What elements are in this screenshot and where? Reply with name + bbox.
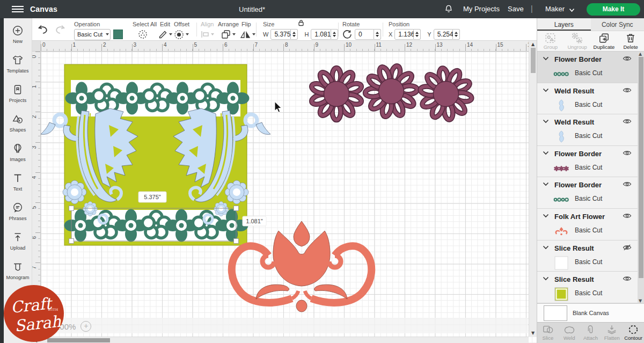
layer-group[interactable]: Folk Art Flower Basic Cut	[537, 209, 638, 240]
layer-header[interactable]: Flower Border	[537, 52, 638, 66]
y-input[interactable]: 5.254	[434, 29, 453, 40]
horizontal-scroll-thumb[interactable]	[47, 338, 110, 342]
redo-icon[interactable]	[54, 24, 67, 35]
layer-group[interactable]: Flower Border Basic Cut	[537, 52, 638, 83]
layer-item[interactable]: Basic Cut	[537, 98, 638, 114]
layer-thumbnail[interactable]	[552, 287, 570, 301]
width-input[interactable]: 5.375	[270, 29, 291, 40]
chevron-down-icon[interactable]	[543, 56, 549, 61]
duplicate-button[interactable]: Duplicate	[591, 31, 618, 51]
chevron-down-icon[interactable]	[543, 88, 549, 92]
horizontal-scrollbar[interactable]: ◀	[32, 337, 529, 343]
eye-icon[interactable]	[623, 150, 632, 156]
operation-dropdown[interactable]: Basic Cut	[74, 29, 111, 40]
sidebar-item-images[interactable]: Images	[4, 143, 32, 162]
eye-off-icon[interactable]	[623, 244, 632, 251]
layer-header[interactable]: Folk Art Flower	[537, 209, 638, 223]
chevron-down-icon[interactable]	[543, 119, 549, 123]
chevron-down-icon[interactable]	[543, 245, 549, 250]
eye-icon[interactable]	[623, 55, 632, 62]
layer-group[interactable]: Slice Result Basic Cut	[537, 272, 638, 303]
select-all-label[interactable]: Select All	[133, 21, 157, 27]
undo-icon[interactable]	[36, 24, 49, 35]
eye-icon[interactable]	[623, 118, 632, 125]
document-title[interactable]: Untitled*	[239, 5, 265, 13]
layer-item[interactable]: Basic Cut	[537, 223, 638, 239]
flip-icon[interactable]	[240, 29, 255, 40]
layer-header[interactable]: Slice Result	[537, 272, 638, 286]
scroll-down-arrow[interactable]: ▼	[531, 331, 535, 335]
chevron-down-icon[interactable]	[543, 214, 549, 218]
delete-button[interactable]: Delete	[617, 31, 644, 51]
make-it-button[interactable]: Make It	[587, 3, 640, 16]
width-stepper[interactable]	[291, 29, 298, 40]
layer-item[interactable]: Basic Cut	[537, 160, 638, 177]
purple-flower-border[interactable]	[310, 60, 475, 123]
eye-icon[interactable]	[623, 275, 632, 282]
sidebar-item-text[interactable]: Text	[4, 172, 32, 192]
sidebar-item-templates[interactable]: Templates	[4, 54, 32, 74]
vertical-scrollbar[interactable]: ▲ ▼	[529, 41, 537, 337]
layer-group[interactable]: Slice Result Basic Cut	[537, 240, 638, 272]
rotate-input[interactable]: 0	[355, 29, 374, 40]
notifications-bell-icon[interactable]	[443, 4, 454, 14]
x-input[interactable]: 1.136	[394, 29, 414, 40]
sidebar-item-phrases[interactable]: Phrases	[4, 202, 32, 221]
eye-icon[interactable]	[623, 213, 632, 219]
machine-selector[interactable]: Maker	[545, 5, 575, 13]
edit-icon[interactable]	[158, 29, 172, 40]
edit-label[interactable]: Edit	[160, 21, 170, 27]
offset-label[interactable]: Offset	[174, 21, 189, 27]
layers-scroll-thumb[interactable]	[639, 57, 643, 278]
size-lock-icon[interactable]	[297, 19, 305, 26]
select-all-icon[interactable]	[138, 29, 148, 40]
layer-thumbnail[interactable]	[552, 162, 570, 176]
folk-art-flower[interactable]	[232, 221, 372, 312]
blank-canvas-swatch[interactable]	[544, 305, 567, 321]
arrange-label[interactable]: Arrange	[218, 21, 239, 27]
chevron-down-icon[interactable]	[543, 276, 549, 281]
layer-header[interactable]: Flower Border	[537, 177, 638, 192]
rotate-stepper[interactable]	[374, 29, 381, 40]
layer-item[interactable]: Basic Cut	[537, 129, 638, 145]
layer-thumbnail[interactable]	[552, 130, 570, 144]
layer-group[interactable]: Flower Border Basic Cut	[537, 177, 638, 209]
eye-icon[interactable]	[623, 181, 632, 187]
height-input[interactable]: 1.081	[311, 29, 331, 40]
sidebar-item-shapes[interactable]: Shapes	[4, 113, 32, 133]
x-stepper[interactable]	[414, 29, 421, 40]
scroll-up-arrow[interactable]: ▲	[531, 42, 535, 47]
sidebar-item-monogram[interactable]: Monogram	[4, 261, 32, 280]
chevron-down-icon[interactable]	[543, 182, 549, 186]
flip-label[interactable]: Flip	[241, 21, 251, 27]
operation-color-swatch[interactable]	[113, 30, 123, 39]
layer-group[interactable]: Flower Border Basic Cut	[537, 146, 638, 178]
height-stepper[interactable]	[331, 29, 338, 40]
canvas-menu-label[interactable]: Canvas	[30, 5, 57, 13]
layer-item[interactable]: Basic Cut	[537, 255, 638, 271]
chevron-down-icon[interactable]	[543, 151, 549, 155]
sidebar-item-projects[interactable]: Projects	[4, 84, 32, 103]
layers-scroll-down[interactable]: ▼	[639, 298, 642, 303]
arrange-icon[interactable]	[221, 29, 236, 40]
my-projects-link[interactable]: My Projects	[463, 5, 500, 13]
layer-thumbnail[interactable]	[552, 224, 570, 238]
eye-icon[interactable]	[623, 87, 632, 93]
layers-scroll-up[interactable]: ▲	[639, 52, 642, 56]
tab-color-sync[interactable]: Color Sync	[591, 18, 644, 31]
sidebar-item-new[interactable]: New	[4, 25, 32, 44]
vertical-scroll-thumb[interactable]	[531, 48, 536, 73]
design-canvas[interactable]: 012345678910111213141516 0123456789 − 10…	[32, 41, 537, 343]
hamburger-menu-icon[interactable]	[12, 6, 24, 12]
layer-item[interactable]: Basic Cut	[537, 286, 638, 302]
layer-item[interactable]: Basic Cut	[537, 66, 638, 82]
layer-header[interactable]: Weld Result	[537, 83, 638, 98]
layer-header[interactable]: Weld Result	[537, 114, 638, 129]
layer-thumbnail[interactable]	[552, 193, 570, 207]
sidebar-item-upload[interactable]: Upload	[4, 231, 32, 251]
blank-canvas-row[interactable]: Blank Canvas	[537, 303, 644, 322]
layer-thumbnail[interactable]	[552, 99, 570, 113]
layer-thumbnail[interactable]	[552, 256, 570, 270]
layer-header[interactable]: Slice Result	[537, 240, 638, 255]
tab-layers[interactable]: Layers	[537, 18, 591, 31]
